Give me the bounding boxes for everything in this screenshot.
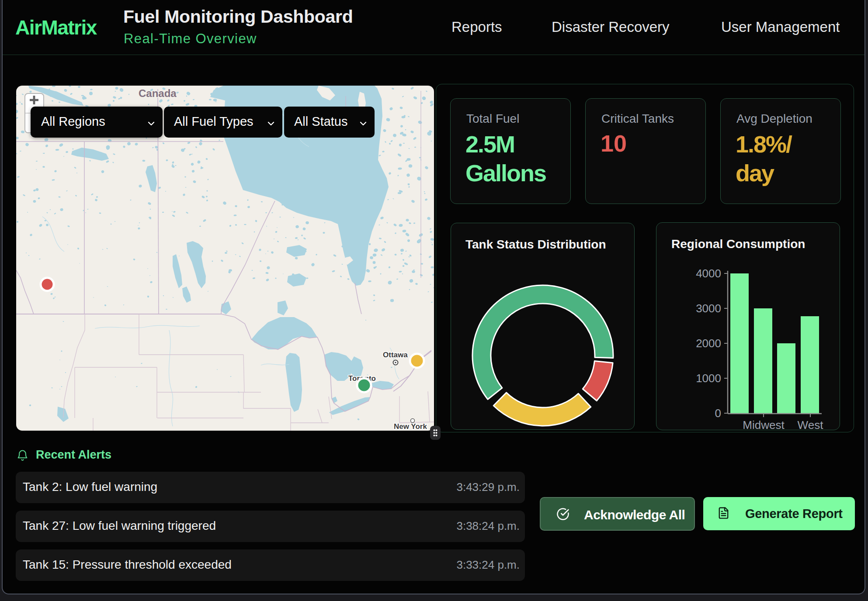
svg-text:3000: 3000	[696, 302, 721, 315]
svg-text:0: 0	[715, 407, 721, 420]
svg-text:New York: New York	[394, 422, 427, 431]
svg-text:Midwest: Midwest	[743, 418, 785, 430]
svg-text:Ottawa: Ottawa	[383, 351, 408, 359]
svg-text:Canada: Canada	[139, 87, 177, 99]
svg-text:4000: 4000	[696, 267, 721, 280]
svg-text:West: West	[798, 418, 824, 430]
svg-text:1000: 1000	[696, 372, 721, 385]
svg-text:2000: 2000	[696, 337, 721, 350]
